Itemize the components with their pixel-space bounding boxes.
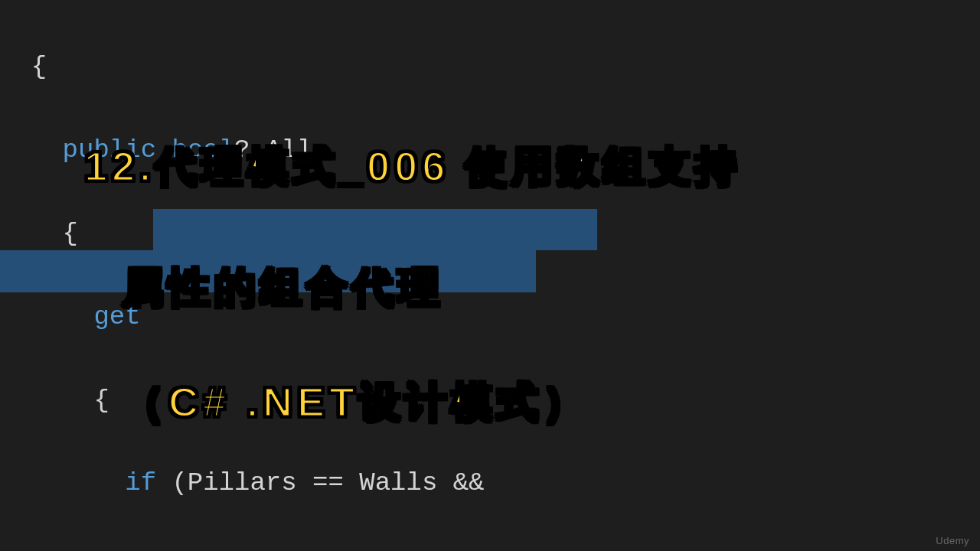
udemy-watermark: Udemy	[936, 535, 969, 546]
code-line: public bool? All	[0, 129, 980, 171]
code-line: {	[0, 213, 980, 254]
code-line: Walls == Floors)	[0, 546, 980, 551]
code-line: get	[0, 296, 980, 337]
code-line: if (Pillars == Walls &&	[0, 462, 980, 504]
code-line: {	[0, 380, 980, 421]
code-line: {	[0, 46, 980, 87]
code-editor: { public bool? All { get { if (Pillars =…	[0, 0, 980, 551]
